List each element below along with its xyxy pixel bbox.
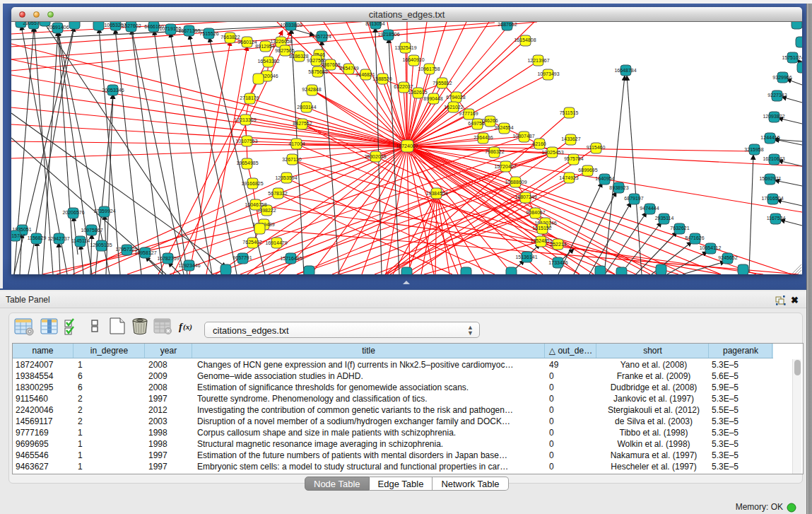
svg-text:13325419: 13325419	[394, 45, 416, 50]
svg-text:20053346: 20053346	[102, 88, 124, 93]
svg-text:9777169: 9777169	[459, 111, 478, 116]
svg-text:7857224: 7857224	[312, 34, 331, 39]
svg-text:9329966: 9329966	[772, 75, 792, 80]
svg-text:25302035: 25302035	[364, 154, 386, 159]
svg-text:16914479: 16914479	[265, 240, 287, 245]
svg-text:2935114: 2935114	[655, 216, 674, 221]
svg-text:15716485: 15716485	[280, 256, 302, 261]
svg-text:746266: 746266	[481, 118, 498, 123]
svg-text:(x): (x)	[183, 322, 192, 332]
svg-text:5678332: 5678332	[268, 191, 287, 196]
svg-text:8427552: 8427552	[293, 121, 312, 126]
svg-text:6899695: 6899695	[578, 168, 597, 173]
svg-text:7663822: 7663822	[220, 35, 240, 40]
svg-text:3915747: 3915747	[11, 233, 25, 238]
svg-text:10958127: 10958127	[134, 250, 156, 255]
svg-text:1474923: 1474923	[559, 175, 578, 180]
svg-text:10961758: 10961758	[418, 66, 440, 71]
svg-text:16543382: 16543382	[257, 59, 279, 64]
svg-text:1640954: 1640954	[595, 176, 614, 181]
svg-text:19384554: 19384554	[425, 191, 447, 196]
svg-text:7632621: 7632621	[670, 226, 689, 230]
svg-text:6879197: 6879197	[624, 196, 643, 201]
svg-text:16782759: 16782759	[157, 256, 179, 261]
svg-text:252214: 252214	[550, 242, 566, 247]
svg-text:10654112: 10654112	[700, 245, 722, 250]
svg-text:5875685: 5875685	[308, 69, 327, 74]
svg-text:9227342: 9227342	[767, 93, 787, 98]
svg-text:2364436: 2364436	[473, 135, 493, 140]
svg-text:15136141: 15136141	[515, 255, 537, 259]
svg-text:10688609: 10688609	[505, 180, 526, 185]
svg-text:62160: 62160	[532, 141, 546, 146]
svg-text:12942737: 12942737	[47, 236, 69, 241]
svg-text:8813054: 8813054	[365, 22, 384, 26]
svg-text:2718176: 2718176	[240, 95, 259, 100]
svg-text:18807249: 18807249	[514, 194, 536, 199]
svg-text:8471626: 8471626	[685, 235, 704, 240]
svg-text:16671355: 16671355	[178, 28, 200, 33]
svg-text:9827505: 9827505	[275, 48, 294, 53]
svg-text:10046758: 10046758	[245, 202, 266, 207]
svg-text:18724007: 18724007	[396, 144, 418, 148]
svg-text:7986322: 7986322	[485, 149, 504, 154]
svg-text:3267130: 3267130	[282, 157, 301, 162]
svg-text:2867608: 2867608	[321, 62, 340, 67]
svg-text:9657791: 9657791	[233, 255, 252, 260]
svg-text:6322037: 6322037	[394, 84, 413, 89]
svg-text:8938923: 8938923	[609, 185, 628, 190]
svg-text:6794028: 6794028	[446, 95, 465, 100]
svg-text:10973493: 10973493	[537, 71, 559, 76]
svg-text:8454749: 8454749	[339, 66, 358, 71]
svg-text:12923446: 12923446	[178, 263, 200, 268]
svg-text:1244415: 1244415	[760, 135, 779, 140]
svg-text:1615152: 1615152	[532, 226, 551, 230]
svg-text:9660124: 9660124	[237, 40, 257, 45]
svg-text:20206576: 20206576	[62, 210, 84, 215]
svg-text:17016504: 17016504	[761, 196, 783, 201]
svg-text:12353594: 12353594	[275, 175, 297, 180]
svg-text:2803144: 2803144	[297, 105, 316, 110]
svg-text:1362615: 1362615	[408, 90, 427, 95]
svg-text:9575784: 9575784	[564, 156, 583, 161]
svg-text:17359924: 17359924	[93, 209, 115, 214]
svg-text:10107553: 10107553	[235, 139, 257, 144]
svg-text:12213967: 12213967	[527, 58, 549, 63]
svg-text:15692971: 15692971	[759, 176, 781, 181]
svg-text:2687662: 2687662	[498, 22, 517, 27]
svg-text:20691406: 20691406	[47, 25, 69, 30]
svg-text:9245652: 9245652	[718, 255, 737, 260]
svg-text:1733426: 1733426	[548, 260, 567, 265]
svg-text:1527602: 1527602	[122, 23, 141, 28]
svg-text:16648784: 16648784	[614, 68, 636, 73]
svg-text:1156829: 1156829	[28, 235, 47, 240]
svg-text:1433627: 1433627	[561, 136, 580, 141]
svg-text:10975867: 10975867	[81, 228, 102, 233]
svg-text:9115460: 9115460	[587, 145, 606, 150]
svg-text:12905135: 12905135	[90, 243, 112, 247]
svg-text:10033809: 10033809	[280, 23, 302, 28]
svg-text:8990448: 8990448	[423, 96, 442, 101]
svg-text:13524851: 13524851	[530, 238, 552, 243]
svg-text:417004: 417004	[288, 141, 305, 146]
svg-text:10807487: 10807487	[512, 134, 534, 139]
svg-text:15751074: 15751074	[782, 55, 802, 60]
svg-text:1621022: 1621022	[444, 105, 463, 110]
svg-text:10025453: 10025453	[541, 150, 563, 155]
svg-text:12213369: 12213369	[234, 117, 256, 122]
svg-text:1167534: 1167534	[767, 216, 786, 221]
svg-text:16154808: 16154808	[514, 37, 536, 42]
svg-text:19218506: 19218506	[377, 32, 399, 37]
svg-text:16640910: 16640910	[402, 57, 424, 62]
svg-text:7515526: 7515526	[199, 31, 218, 36]
svg-text:7625402: 7625402	[242, 240, 261, 245]
svg-text:15720407: 15720407	[494, 164, 516, 169]
svg-text:19654985: 19654985	[236, 160, 258, 165]
svg-text:12093872: 12093872	[763, 114, 784, 119]
svg-text:1145114: 1145114	[71, 238, 90, 243]
svg-text:7511515: 7511515	[560, 110, 579, 115]
svg-text:8186328: 8186328	[289, 54, 308, 59]
svg-text:9084067: 9084067	[526, 210, 545, 215]
svg-text:8912954: 8912954	[255, 44, 274, 49]
svg-text:13226058: 13226058	[270, 39, 292, 44]
